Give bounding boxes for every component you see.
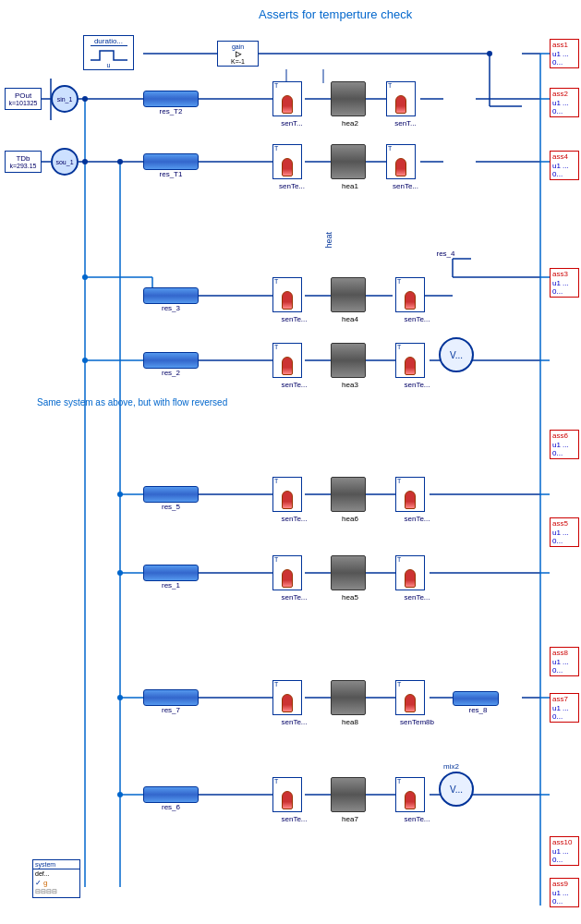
res3-label: res_3 xyxy=(143,304,199,312)
sente-row4-1-block: T senTe... xyxy=(272,343,302,378)
pout-block: POut k=101325 xyxy=(5,88,42,110)
sente-row6-1-block: T senTe... xyxy=(272,555,302,590)
ass2-l2: 0... xyxy=(551,107,578,116)
ass10-l1: u1 ... xyxy=(551,847,578,856)
res7-block: res_7 xyxy=(143,689,199,706)
gain-label: gain xyxy=(232,43,244,50)
svg-point-62 xyxy=(82,96,88,102)
svg-point-65 xyxy=(82,274,88,280)
ass9-label: ass9 xyxy=(551,879,578,889)
hea5-label: hea5 xyxy=(331,593,369,602)
svg-point-69 xyxy=(117,695,123,700)
res8-block: res_8 xyxy=(453,691,499,706)
res3-block: res_3 xyxy=(143,287,199,304)
ass8-label: ass8 xyxy=(551,648,578,658)
res2-label: res_2 xyxy=(143,369,199,377)
hea4-block: hea4 xyxy=(331,277,366,312)
hea1-block: hea1 xyxy=(331,144,366,179)
ass4-l2: 0... xyxy=(551,170,578,179)
sente-row8-1-label: senTe... xyxy=(273,815,315,823)
res6-block: res_6 xyxy=(143,786,199,803)
gain-param: K=-1 xyxy=(231,58,245,65)
svg-point-67 xyxy=(117,492,123,497)
ass5-l2: 0... xyxy=(551,537,578,546)
sente-row2-1-label: senTe... xyxy=(273,182,310,190)
sent-top2-label: senT... xyxy=(387,119,424,128)
hea7-block: hea7 xyxy=(331,777,366,812)
hea3-label: hea3 xyxy=(331,381,369,389)
ass10-block: ass10 u1 ... 0... xyxy=(550,836,579,866)
res-t2-block: res_T2 xyxy=(143,91,199,107)
voltmeter1-block: V... xyxy=(439,337,474,372)
sente-row8-1-block: T senTe... xyxy=(272,777,302,812)
ass8-l2: 0... xyxy=(551,666,578,675)
res6-label: res_6 xyxy=(143,803,199,811)
ass4-label: ass4 xyxy=(551,152,578,162)
hea2-label: hea2 xyxy=(331,119,369,128)
tdb-block: TDb k=293.15 xyxy=(5,151,42,173)
res5-label: res_5 xyxy=(143,503,199,511)
res-t1-label: res_T1 xyxy=(143,170,199,178)
page-title: Asserts for temperture check xyxy=(259,7,412,21)
svg-point-66 xyxy=(82,358,88,363)
sente-row3-2-block: T senTe... xyxy=(395,277,425,312)
ass3-block: ass3 u1 ... 0... xyxy=(550,268,579,298)
ass2-label: ass2 xyxy=(551,89,578,99)
res7-label: res_7 xyxy=(143,706,199,714)
ass7-block: ass7 u1 ... 0... xyxy=(550,693,579,723)
ass6-l2: 0... xyxy=(551,449,578,458)
sente-row5-1-label: senTe... xyxy=(273,515,315,523)
res4-label: res_4 xyxy=(425,249,466,258)
ass8-l1: u1 ... xyxy=(551,658,578,666)
hea7-label: hea7 xyxy=(331,815,369,823)
sent-top1-block: T senT... xyxy=(272,81,302,116)
svg-point-71 xyxy=(487,51,492,56)
sente-row3-1-label: senTe... xyxy=(273,315,315,323)
mix2-label: mix2 xyxy=(443,762,459,771)
ass2-block: ass2 u1 ... 0... xyxy=(550,88,579,117)
duration-label: duratio... xyxy=(94,37,123,45)
sente-row3-2-label: senTe... xyxy=(396,315,438,323)
ass7-label: ass7 xyxy=(551,694,578,704)
ass2-l1: u1 ... xyxy=(551,99,578,107)
sente-row7-1-block: T senTe... xyxy=(272,680,302,715)
sente-row5-2-block: T senTe... xyxy=(395,477,425,512)
ass6-label: ass6 xyxy=(551,431,578,441)
sente-row6-2-label: senTe... xyxy=(396,593,438,602)
sente-row6-1-label: senTe... xyxy=(273,593,315,602)
svg-point-63 xyxy=(82,159,88,164)
sente-row4-1-label: senTe... xyxy=(273,381,315,389)
sente-row4-2-label: senTe... xyxy=(396,381,438,389)
pout-param: k=101325 xyxy=(9,100,38,106)
svg-point-70 xyxy=(117,792,123,797)
hea8-label: hea8 xyxy=(331,718,369,726)
sente-row5-2-label: senTe... xyxy=(396,515,438,523)
ass10-l2: 0... xyxy=(551,856,578,865)
res2-block: res_2 xyxy=(143,352,199,369)
ass8-block: ass8 u1 ... 0... xyxy=(550,647,579,676)
hea4-label: hea4 xyxy=(331,315,369,323)
ass7-l1: u1 ... xyxy=(551,704,578,712)
res5-block: res_5 xyxy=(143,486,199,503)
voltmeter2-block: V... xyxy=(439,772,474,807)
ass4-block: ass4 u1 ... 0... xyxy=(550,151,579,180)
ass5-l1: u1 ... xyxy=(551,529,578,537)
sente-row8-2-label: senTe... xyxy=(396,815,438,823)
ass9-l2: 0... xyxy=(551,897,578,906)
res-t2-label: res_T2 xyxy=(143,107,199,116)
sente-row2-2-label: senTe... xyxy=(387,182,424,190)
sent-top1-label: senT... xyxy=(273,119,310,128)
ass3-l1: u1 ... xyxy=(551,279,578,287)
ass1-label: ass1 xyxy=(551,40,578,50)
hea6-block: hea6 xyxy=(331,477,366,512)
ass7-l2: 0... xyxy=(551,712,578,722)
res1-block: res_1 xyxy=(143,565,199,581)
ass4-l1: u1 ... xyxy=(551,162,578,170)
res-t1-block: res_T1 xyxy=(143,153,199,170)
sent-top2-block: T senT... xyxy=(386,81,416,116)
hea5-block: hea5 xyxy=(331,555,366,590)
same-system-annotation: Same system as above, but with flow reve… xyxy=(37,397,227,407)
tdb-label: TDb xyxy=(16,154,30,163)
sente-row4-2-block: T senTe... xyxy=(395,343,425,378)
sent-row2-2-block: T senTe... xyxy=(386,144,416,179)
